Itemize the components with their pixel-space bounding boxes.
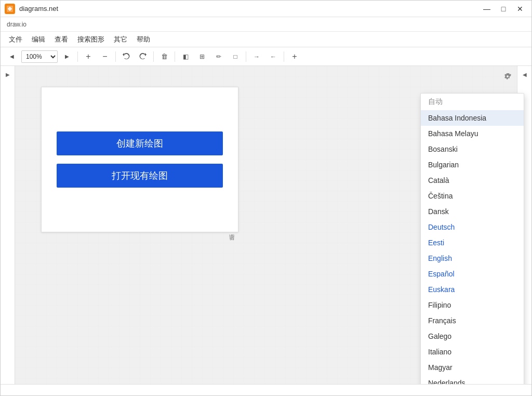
lang-item-magyar[interactable]: Magyar [421,360,524,375]
arrow-left-btn[interactable]: ← [266,50,281,63]
lang-item-nederlands[interactable]: Nederlands [421,375,524,384]
lang-item-espanol[interactable]: Español [421,266,524,282]
menu-search[interactable]: 搜索图形 [73,33,109,46]
separator-6 [284,51,284,62]
language-list: 自动Bahasa IndonesiaBahasa MelayuBosanskiB… [421,94,524,384]
lang-item-english[interactable]: English [421,250,524,266]
arrow-right-btn[interactable]: → [249,50,264,63]
page-right-btn[interactable]: ▶ [60,50,74,63]
minimize-button[interactable]: — [480,4,494,14]
zoom-out-btn[interactable]: − [98,50,112,63]
menu-view[interactable]: 查看 [50,33,72,46]
lang-item-auto[interactable]: 自动 [421,94,524,110]
settings-icon-btn[interactable] [501,70,514,83]
undo-btn[interactable] [119,50,134,63]
format-btn[interactable]: ◧ [178,50,193,63]
lang-item-filipino[interactable]: Filipino [421,297,524,313]
lang-item-bulgarian[interactable]: Bulgarian [421,157,524,173]
lang-item-bahasa-melayu[interactable]: Bahasa Melayu [421,126,524,141]
menu-file[interactable]: 文件 [5,33,26,46]
toolbar: ◀ 100% 75% 50% 125% 150% ▶ + − 🗑 ◧ ⊞ ✏ □ [1,47,531,66]
main-area: ▶ 创建新绘图 打开现有绘图 语言 ◀ [1,66,531,384]
language-dropdown[interactable]: 自动Bahasa IndonesiaBahasa MelayuBosanskiB… [420,93,524,384]
lang-item-francais[interactable]: Français [421,313,524,328]
lang-item-bahasa-indonesia[interactable]: Bahasa Indonesia [421,110,524,126]
lang-item-italiano[interactable]: Italiano [421,344,524,360]
redo-btn[interactable] [136,50,150,63]
zoom-select[interactable]: 100% 75% 50% 125% 150% [21,50,58,63]
separator-3 [153,51,154,62]
canvas-paper: 创建新绘图 打开现有绘图 语言 [41,87,238,232]
window-title: diagrams.net [19,5,58,12]
lang-item-dansk[interactable]: Dansk [421,204,524,219]
lang-item-catala[interactable]: Català [421,173,524,188]
lang-item-bosanski[interactable]: Bosanski [421,141,524,157]
zoom-in-btn[interactable]: + [81,50,96,63]
app-logo [5,4,15,14]
titlebar: diagrams.net — □ ✕ [1,1,531,17]
bottom-bar [1,384,531,395]
subtitle-bar: draw.io [1,17,531,32]
menu-help[interactable]: 帮助 [132,33,154,46]
rect-btn[interactable]: □ [228,50,243,63]
draw-btn[interactable]: ✏ [211,50,226,63]
delete-btn[interactable]: 🗑 [157,50,171,63]
right-panel-toggle[interactable]: ◀ [518,68,531,81]
menu-edit[interactable]: 编辑 [28,33,49,46]
menu-other[interactable]: 其它 [110,33,131,46]
lang-item-deutsch[interactable]: Deutsch [421,219,524,235]
create-new-button[interactable]: 创建新绘图 [57,131,223,155]
open-existing-button[interactable]: 打开现有绘图 [57,164,223,188]
lang-item-eesti[interactable]: Eesti [421,235,524,250]
separator-4 [175,51,175,62]
close-button[interactable]: ✕ [513,4,527,14]
titlebar-left: diagrams.net [5,4,58,14]
add-btn[interactable]: + [287,50,302,63]
left-panel: ▶ [1,66,15,384]
page-left-btn[interactable]: ◀ [5,50,19,63]
window-controls: — □ ✕ [480,4,527,14]
lang-item-euskara[interactable]: Euskara [421,282,524,297]
format2-btn[interactable]: ⊞ [195,50,209,63]
app-window: diagrams.net — □ ✕ draw.io 文件 编辑 查看 搜索图形… [0,0,532,396]
top-right-actions [501,70,514,83]
maximize-button[interactable]: □ [496,4,511,14]
separator-2 [115,51,116,62]
subtitle-text: draw.io [7,21,26,28]
left-panel-toggle[interactable]: ▶ [2,68,14,81]
lang-item-cestina[interactable]: Čeština [421,188,524,204]
menubar: 文件 编辑 查看 搜索图形 其它 帮助 [1,32,531,47]
separator-5 [246,51,246,62]
separator-1 [77,51,78,62]
lang-item-galego[interactable]: Galego [421,328,524,344]
